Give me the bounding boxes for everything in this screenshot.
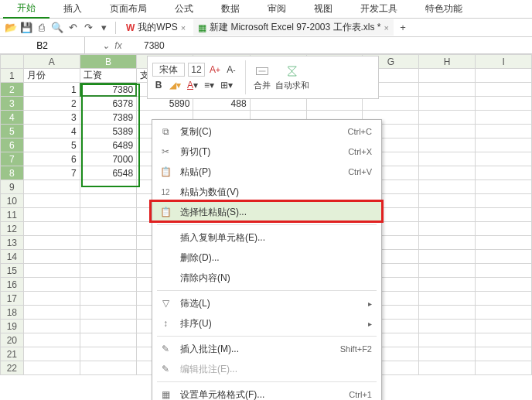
cell[interactable]: 3 bbox=[23, 111, 80, 125]
row-header[interactable]: 8 bbox=[1, 166, 24, 180]
align-icon[interactable]: ≡▾ bbox=[203, 78, 216, 92]
cell[interactable] bbox=[476, 152, 532, 166]
preview-icon[interactable]: 🔍 bbox=[51, 22, 63, 34]
row-header[interactable]: 21 bbox=[1, 347, 24, 361]
cell[interactable] bbox=[419, 69, 476, 83]
redo-icon[interactable]: ↷ bbox=[82, 22, 94, 34]
row-header[interactable]: 9 bbox=[1, 180, 24, 194]
print-icon[interactable]: ⎙ bbox=[36, 22, 48, 34]
cell[interactable] bbox=[476, 111, 532, 125]
cell[interactable]: 2 bbox=[23, 97, 80, 111]
ctx-format-cells[interactable]: ▦设置单元格格式(F)...Ctrl+1 bbox=[152, 385, 381, 400]
name-box-input[interactable] bbox=[8, 40, 77, 51]
ctx-insert-copied[interactable]: 插入复制单元格(E)... bbox=[152, 227, 381, 248]
row-header[interactable]: 18 bbox=[1, 306, 24, 320]
ctx-paste-special[interactable]: 📋选择性粘贴(S)... bbox=[152, 202, 381, 222]
cell[interactable]: 月份 bbox=[23, 69, 80, 83]
cell[interactable]: 6378 bbox=[80, 97, 136, 111]
cell[interactable]: 5389 bbox=[80, 125, 136, 138]
cell[interactable]: 7000 bbox=[80, 152, 136, 166]
ctx-paste-value[interactable]: 12粘贴为数值(V) bbox=[152, 182, 381, 202]
doc-tab-file[interactable]: ▦ 新建 Microsoft Excel 97-2003 工作表.xls * × bbox=[193, 19, 394, 36]
row-header[interactable]: 2 bbox=[1, 83, 24, 97]
cell[interactable] bbox=[419, 138, 476, 152]
new-tab-icon[interactable]: + bbox=[397, 22, 409, 34]
cell[interactable]: 7389 bbox=[80, 111, 136, 125]
row-header[interactable]: 20 bbox=[1, 333, 24, 347]
cell[interactable] bbox=[419, 97, 476, 111]
cell[interactable] bbox=[419, 83, 476, 97]
cell[interactable]: 7 bbox=[23, 166, 80, 180]
ctx-edit-comment[interactable]: ✎编辑批注(E)... bbox=[152, 359, 381, 379]
autosum-button[interactable]: 自动求和 bbox=[275, 64, 309, 91]
row-header[interactable]: 1 bbox=[1, 69, 24, 83]
shrink-font-icon[interactable]: A- bbox=[225, 63, 237, 77]
cell[interactable] bbox=[476, 138, 532, 152]
menu-tab-dev[interactable]: 开发工具 bbox=[346, 0, 411, 18]
cell-active[interactable]: 7380 bbox=[80, 83, 136, 97]
merge-button[interactable]: 合并 bbox=[254, 64, 271, 91]
menu-tab-insert[interactable]: 插入 bbox=[49, 0, 96, 18]
row-header[interactable]: 11 bbox=[1, 208, 24, 222]
cell[interactable] bbox=[476, 125, 532, 138]
col-header[interactable]: A bbox=[23, 55, 80, 69]
cell[interactable]: 5 bbox=[23, 138, 80, 152]
bold-button[interactable]: B bbox=[152, 78, 165, 92]
ctx-filter[interactable]: ▽筛选(L)▸ bbox=[152, 293, 381, 313]
dropdown-icon[interactable]: ▾ bbox=[97, 22, 110, 34]
cell[interactable]: 6548 bbox=[80, 166, 136, 180]
menu-tab-review[interactable]: 审阅 bbox=[254, 0, 300, 18]
cell[interactable] bbox=[419, 125, 476, 138]
menu-tab-start[interactable]: 开始 bbox=[3, 0, 49, 19]
row-header[interactable]: 14 bbox=[1, 250, 24, 264]
name-box[interactable] bbox=[0, 37, 85, 53]
col-header[interactable]: H bbox=[419, 55, 476, 69]
ctx-insert-comment[interactable]: ✎插入批注(M)...Shift+F2 bbox=[152, 339, 381, 359]
fx-dropdown-icon[interactable]: ⌄ bbox=[102, 40, 110, 51]
menu-tab-special[interactable]: 特色功能 bbox=[411, 0, 476, 18]
doc-tab-wps[interactable]: W 我的WPS × bbox=[121, 19, 190, 36]
undo-icon[interactable]: ↶ bbox=[66, 22, 79, 34]
ctx-sort[interactable]: ↕排序(U)▸ bbox=[152, 313, 381, 333]
row-header[interactable]: 3 bbox=[1, 97, 24, 111]
cell[interactable] bbox=[476, 166, 532, 180]
close-icon[interactable]: × bbox=[384, 23, 389, 32]
fill-color-icon[interactable]: ◢▾ bbox=[168, 78, 182, 92]
menu-tab-layout[interactable]: 页面布局 bbox=[96, 0, 161, 18]
ctx-copy[interactable]: ⧉复制(C)Ctrl+C bbox=[152, 121, 381, 142]
ctx-delete[interactable]: 删除(D)... bbox=[152, 248, 381, 268]
row-header[interactable]: 17 bbox=[1, 292, 24, 306]
cell[interactable] bbox=[419, 111, 476, 125]
cell[interactable]: 1 bbox=[23, 83, 80, 97]
font-size[interactable]: 12 bbox=[188, 63, 205, 77]
cell[interactable] bbox=[419, 152, 476, 166]
menu-tab-view[interactable]: 视图 bbox=[300, 0, 346, 18]
cell[interactable] bbox=[419, 166, 476, 180]
font-color-icon[interactable]: A▾ bbox=[186, 78, 200, 92]
row-header[interactable]: 19 bbox=[1, 320, 24, 333]
cell[interactable] bbox=[476, 83, 532, 97]
ctx-cut[interactable]: ✂剪切(T)Ctrl+X bbox=[152, 142, 381, 162]
row-header[interactable]: 7 bbox=[1, 152, 24, 166]
row-header[interactable]: 4 bbox=[1, 111, 24, 125]
menu-tab-data[interactable]: 数据 bbox=[207, 0, 254, 18]
row-header[interactable]: 13 bbox=[1, 236, 24, 250]
grow-font-icon[interactable]: A+ bbox=[208, 63, 222, 77]
border-icon[interactable]: ⊞▾ bbox=[219, 78, 234, 92]
cell[interactable]: 6 bbox=[23, 152, 80, 166]
row-header[interactable]: 6 bbox=[1, 138, 24, 152]
ctx-paste[interactable]: 📋粘贴(P)Ctrl+V bbox=[152, 162, 381, 182]
row-header[interactable]: 12 bbox=[1, 222, 24, 236]
font-name[interactable]: 宋体 bbox=[152, 63, 185, 77]
open-icon[interactable]: 📂 bbox=[5, 22, 17, 34]
row-header[interactable]: 15 bbox=[1, 264, 24, 278]
cell[interactable] bbox=[476, 97, 532, 111]
menu-tab-formula[interactable]: 公式 bbox=[161, 0, 207, 18]
ctx-clear[interactable]: 清除内容(N) bbox=[152, 268, 381, 288]
row-header[interactable]: 22 bbox=[1, 361, 24, 375]
cell[interactable]: 6489 bbox=[80, 138, 136, 152]
col-header[interactable]: I bbox=[476, 55, 532, 69]
fx-icon[interactable]: fx bbox=[114, 40, 121, 51]
save-icon[interactable]: 💾 bbox=[20, 22, 32, 34]
formula-input[interactable]: 7380 bbox=[139, 40, 532, 51]
